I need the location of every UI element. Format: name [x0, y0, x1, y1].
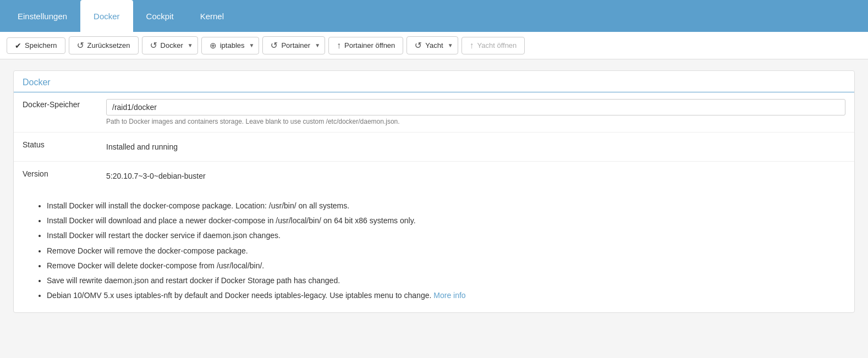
info-list: Install Docker will install the docker-c…	[36, 199, 841, 302]
table-row: Version 5:20.10.7~3-0~debian-buster	[14, 162, 854, 191]
chevron-down-icon-3: ▼	[315, 42, 320, 48]
list-item: Remove Docker will remove the docker-com…	[47, 244, 841, 258]
refresh-icon-1	[77, 40, 84, 51]
iptables-btn-label: iptables	[220, 41, 245, 49]
arrow-up-icon-2	[470, 41, 474, 51]
docker-button[interactable]: Docker ▼	[142, 36, 198, 54]
more-info-link[interactable]: More info	[433, 291, 465, 300]
info-section: Install Docker will install the docker-c…	[14, 190, 854, 312]
chevron-down-icon-2: ▼	[249, 42, 255, 48]
check-icon	[15, 41, 21, 50]
version-label: Version	[14, 162, 102, 191]
chevron-down-icon-1: ▼	[188, 42, 193, 48]
portainer-open-button[interactable]: Portainer öffnen	[328, 37, 403, 54]
toolbar: Speichern Zurücksetzen Docker ▼ iptables…	[0, 32, 868, 59]
tab-einstellungen[interactable]: Einstellungen	[4, 0, 80, 32]
portainer-button[interactable]: Portainer ▼	[262, 36, 325, 54]
tab-cockpit[interactable]: Cockpit	[133, 0, 187, 32]
list-item: Install Docker will download and place a…	[47, 214, 841, 228]
chevron-down-icon-4: ▼	[448, 42, 453, 48]
zuruecksetzen-button[interactable]: Zurücksetzen	[69, 36, 139, 54]
docker-speicher-value-cell: Path to Docker images and containers sto…	[102, 92, 854, 133]
top-nav: Einstellungen Docker Cockpit Kernel	[0, 0, 868, 32]
portainer-open-label: Portainer öffnen	[344, 41, 395, 49]
version-value: 5:20.10.7~3-0~debian-buster	[106, 168, 845, 184]
table-row: Status Installed and running	[14, 133, 854, 162]
zuruecksetzen-label: Zurücksetzen	[87, 41, 130, 49]
status-label: Status	[14, 133, 102, 162]
yacht-open-button[interactable]: Yacht öffnen	[462, 37, 525, 54]
docker-form-table: Docker-Speicher Path to Docker images an…	[14, 92, 854, 190]
iptables-button[interactable]: iptables ▼	[201, 37, 260, 54]
docker-speicher-hint: Path to Docker images and containers sto…	[106, 118, 845, 125]
list-item: Install Docker will restart the docker s…	[47, 229, 841, 243]
tab-docker[interactable]: Docker	[80, 0, 133, 32]
yacht-btn-label: Yacht	[425, 41, 443, 49]
refresh-icon-2	[150, 40, 157, 51]
docker-speicher-label: Docker-Speicher	[14, 92, 102, 133]
refresh-icon-3	[271, 40, 278, 51]
list-item: Debian 10/OMV 5.x uses iptables-nft by d…	[47, 289, 841, 302]
tab-kernel[interactable]: Kernel	[187, 0, 237, 32]
version-value-cell: 5:20.10.7~3-0~debian-buster	[102, 162, 854, 191]
list-item: Install Docker will install the docker-c…	[47, 199, 841, 213]
iptables-icon	[210, 41, 217, 51]
yacht-open-label: Yacht öffnen	[477, 41, 517, 49]
refresh-icon-4	[415, 40, 422, 51]
table-row: Docker-Speicher Path to Docker images an…	[14, 92, 854, 133]
docker-section-title: Docker	[14, 71, 854, 92]
speichern-button[interactable]: Speichern	[7, 37, 65, 54]
docker-btn-label: Docker	[161, 41, 183, 49]
docker-speicher-input[interactable]	[106, 99, 845, 115]
list-item: Save will rewrite daemon.json and restar…	[47, 274, 841, 288]
portainer-btn-label: Portainer	[281, 41, 310, 49]
status-value: Installed and running	[106, 139, 845, 155]
status-value-cell: Installed and running	[102, 133, 854, 162]
speichern-label: Speichern	[25, 41, 57, 49]
arrow-up-icon-1	[337, 41, 341, 51]
last-item-text: Debian 10/OMV 5.x uses iptables-nft by d…	[47, 291, 431, 300]
content-area: Docker Docker-Speicher Path to Docker im…	[0, 59, 868, 335]
list-item: Remove Docker will delete docker-compose…	[47, 259, 841, 273]
yacht-button[interactable]: Yacht ▼	[406, 36, 458, 54]
docker-section: Docker Docker-Speicher Path to Docker im…	[13, 70, 855, 313]
